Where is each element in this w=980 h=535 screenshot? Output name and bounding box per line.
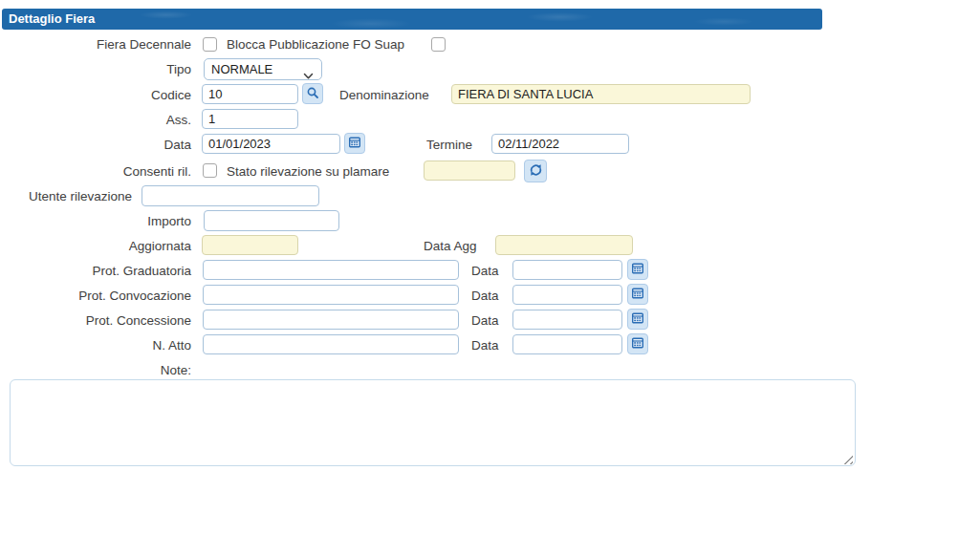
denominazione-label: Denominazione xyxy=(339,88,429,103)
prot-graduatoria-label: Prot. Graduatoria xyxy=(0,264,191,279)
prot-convocazione-label: Prot. Convocazione xyxy=(0,289,191,304)
prot-concessione-input[interactable] xyxy=(203,310,459,330)
prot-concessione-data-label: Data xyxy=(471,313,499,329)
aggiornata-label: Aggiornata xyxy=(0,239,191,254)
consenti-ril-checkbox[interactable] xyxy=(203,163,217,178)
stato-rilevazione-input[interactable] xyxy=(424,160,515,181)
data-agg-label: Data Agg xyxy=(424,239,477,254)
prot-convocazione-input[interactable] xyxy=(203,285,459,305)
consenti-ril-label: Consenti ril. xyxy=(0,164,191,180)
prot-graduatoria-data-input[interactable] xyxy=(512,260,622,280)
termine-input[interactable] xyxy=(491,134,629,154)
search-icon xyxy=(306,86,319,102)
stato-refresh-button[interactable] xyxy=(524,160,547,182)
utente-rilevazione-input[interactable] xyxy=(142,185,319,206)
refresh-icon xyxy=(529,163,543,180)
calendar-icon xyxy=(631,287,644,303)
n-atto-calendar-button[interactable] xyxy=(627,333,648,354)
prot-graduatoria-calendar-button[interactable] xyxy=(627,259,648,280)
prot-concessione-label: Prot. Concessione xyxy=(0,313,191,329)
ass-input[interactable] xyxy=(202,109,298,129)
calendar-icon xyxy=(631,262,644,278)
prot-graduatoria-data-label: Data xyxy=(471,264,499,279)
page-title: Dettaglio Fiera xyxy=(2,9,822,30)
data-label: Data xyxy=(0,138,191,153)
calendar-icon xyxy=(631,336,644,353)
tipo-select[interactable]: NORMALE xyxy=(204,58,322,80)
blocca-pubblicazione-checkbox[interactable] xyxy=(431,37,446,52)
aggiornata-input[interactable] xyxy=(202,235,298,255)
codice-label: Codice xyxy=(0,88,191,103)
codice-search-button[interactable] xyxy=(302,83,323,104)
note-textarea[interactable] xyxy=(10,379,856,466)
importo-input[interactable] xyxy=(204,210,339,231)
n-atto-input[interactable] xyxy=(203,334,459,354)
n-atto-data-input[interactable] xyxy=(512,334,622,354)
termine-label: Termine xyxy=(426,138,472,153)
calendar-icon xyxy=(348,136,361,152)
data-agg-input[interactable] xyxy=(495,235,633,255)
prot-concessione-data-input[interactable] xyxy=(512,310,622,330)
note-label: Note: xyxy=(0,363,191,378)
prot-concessione-calendar-button[interactable] xyxy=(627,309,648,330)
prot-convocazione-data-label: Data xyxy=(471,289,499,304)
tipo-label: Tipo xyxy=(0,62,191,77)
calendar-icon xyxy=(631,311,644,328)
prot-graduatoria-input[interactable] xyxy=(203,260,459,280)
utente-rilevazione-label: Utente rilevazione xyxy=(0,189,132,204)
ass-label: Ass. xyxy=(0,113,191,128)
codice-input[interactable] xyxy=(202,84,298,104)
data-input[interactable] xyxy=(202,134,340,154)
importo-label: Importo xyxy=(0,214,191,229)
n-atto-data-label: Data xyxy=(471,338,499,353)
prot-convocazione-calendar-button[interactable] xyxy=(627,284,648,305)
n-atto-label: N. Atto xyxy=(0,338,191,353)
fiera-decennale-checkbox[interactable] xyxy=(203,37,217,52)
prot-convocazione-data-input[interactable] xyxy=(512,285,622,305)
fiera-decennale-label: Fiera Decennale xyxy=(0,37,191,53)
data-calendar-button[interactable] xyxy=(344,133,365,154)
blocca-pubblicazione-label: Blocca Pubblicazione FO Suap xyxy=(227,37,404,53)
section-header: Dettaglio Fiera xyxy=(2,9,822,30)
denominazione-input[interactable] xyxy=(451,84,751,104)
stato-rilevazione-label: Stato rilevazione su plamare xyxy=(227,164,389,180)
